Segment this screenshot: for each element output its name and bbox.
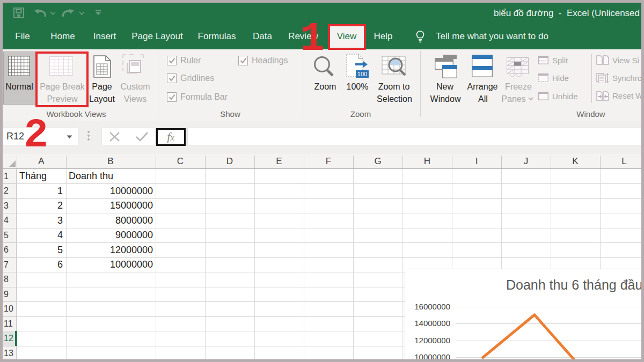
- svg-text:100: 100: [357, 71, 367, 77]
